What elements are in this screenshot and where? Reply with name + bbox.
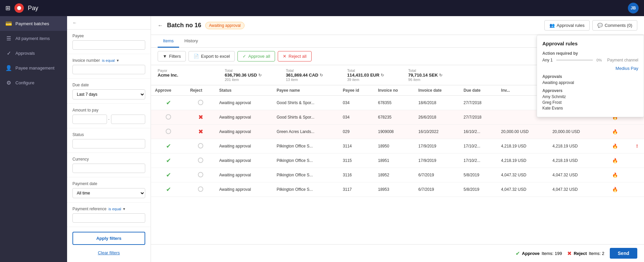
currency-input[interactable] — [72, 164, 145, 173]
reject-cell[interactable] — [186, 96, 215, 110]
payment-date-filter: Payment date All time Last 7 days Last 3… — [67, 177, 151, 203]
invoice-amount-cell: 4,218.19 USD — [548, 154, 600, 168]
total-amount: 79,710.14 SEK ↻ — [408, 73, 442, 78]
sidebar-item-payee-management[interactable]: 👤Payee management — [0, 60, 67, 75]
invoice_no-cell: 678235 — [374, 110, 414, 125]
approve-cell[interactable] — [151, 110, 186, 125]
total-amount: 361,869.44 CAD ↻ — [286, 73, 323, 78]
reject-all-button[interactable]: ✕ Reject all — [278, 51, 311, 61]
approve-cell[interactable]: ✔ — [151, 139, 186, 154]
invoice_no-cell: 678355 — [374, 96, 414, 110]
approval-panel-title: Approval rules — [542, 41, 638, 46]
payment-reference-filter: Payment reference is equal ▾ — [67, 203, 151, 227]
clear-filters-button[interactable]: Clear filters — [72, 248, 145, 258]
nav-icon-payee-management: 👤 — [5, 64, 12, 71]
invoice-filter-badge[interactable]: is equal — [102, 58, 115, 62]
approve-cell[interactable]: ✔ — [151, 168, 186, 182]
approve-cell[interactable]: ✔ — [151, 96, 186, 110]
status-cell: Awaiting approval — [215, 125, 273, 139]
due-date-label: Due date — [72, 83, 145, 87]
table-header-cell: Invoice no — [374, 85, 414, 96]
payee_name-cell: Pilkington Office S... — [273, 154, 339, 168]
send-button[interactable]: Send — [610, 248, 637, 259]
currency-filter: Currency — [67, 153, 151, 177]
invoice-number-input[interactable] — [72, 65, 145, 74]
filter-panel: ← Payee Invoice number is equal ▾ Due da… — [67, 16, 151, 262]
approval-rules-button[interactable]: 👥 Approval rules — [544, 20, 590, 31]
reject-cell[interactable]: ✖ — [186, 125, 215, 139]
reject-cell[interactable] — [186, 154, 215, 168]
invoice_no-cell: 18951 — [374, 154, 414, 168]
filter-icon: ▼ — [163, 54, 167, 59]
action-required-row: Any 1 0% Payment channel — [542, 58, 638, 62]
payment-ref-badge[interactable]: is equal — [108, 207, 121, 211]
action-required-by-label: Action required by — [542, 51, 638, 56]
payee_name-cell: Good Shirts & Spor... — [273, 110, 339, 125]
urgent-icon: ! — [636, 143, 638, 149]
chevron-down-icon[interactable]: ▾ — [117, 58, 119, 63]
reject-cell[interactable] — [186, 168, 215, 182]
reject-circle-icon[interactable] — [198, 172, 203, 177]
summary-currency-item: Total361,869.44 CAD ↻13 item — [286, 69, 323, 82]
nav-label-configure: Configure — [15, 80, 34, 85]
sidebar-item-configure[interactable]: ⚙Configure — [0, 75, 67, 90]
amount-from-input[interactable] — [72, 115, 107, 124]
approve-cell[interactable] — [151, 125, 186, 139]
reject-cell[interactable] — [186, 182, 215, 197]
nav-label-approvals: Approvals — [15, 51, 35, 56]
reject-circle-icon[interactable] — [198, 143, 203, 148]
total-amount: 636,790.36 USD ↻ — [225, 73, 262, 78]
approve-circle-icon[interactable] — [166, 114, 171, 120]
nav-label-all-payment-items: All payment items — [15, 36, 50, 41]
status-input[interactable] — [72, 139, 145, 148]
summary-currency-item: Total114,431.03 EUR ↻39 item — [347, 69, 384, 82]
status-label: Status — [72, 132, 145, 137]
grid-icon[interactable]: ⊞ — [5, 4, 10, 12]
reject-all-label: Reject all — [288, 54, 306, 59]
tab-history[interactable]: History — [179, 35, 203, 48]
approve-check-icon: ✔ — [166, 186, 171, 193]
export-icon: 📄 — [194, 54, 199, 59]
fire-cell: 🔥 — [600, 182, 630, 197]
status-badge: Awaiting approval — [205, 22, 245, 29]
reject-circle-icon[interactable] — [198, 100, 203, 105]
sidebar-item-payment-batches[interactable]: 💳Payment batches — [0, 16, 67, 31]
amount-to-pay-filter: Amount to pay - — [67, 104, 151, 128]
payment-date-select[interactable]: All time Last 7 days Last 30 days — [72, 188, 145, 198]
bottom-bar: ✔ Approve Items: 199 ✖ Reject Items: 2 S… — [151, 244, 644, 262]
reject-x-icon: ✖ — [198, 128, 203, 135]
amount-to-input[interactable] — [111, 115, 146, 124]
reject-circle-icon[interactable] — [198, 158, 203, 163]
filters-button[interactable]: ▼ Filters — [158, 51, 186, 61]
approver-item: Kate Evans — [542, 106, 638, 111]
tab-items[interactable]: Items — [158, 35, 179, 48]
reject-circle-icon[interactable] — [198, 186, 203, 192]
avatar[interactable]: JB — [628, 3, 639, 13]
filter-back-button[interactable]: ← — [67, 16, 151, 30]
payment-reference-input[interactable] — [72, 213, 145, 223]
payee_id-cell: 034 — [339, 110, 374, 125]
summary-currency-item: Total79,710.14 SEK ↻96 item — [408, 69, 442, 82]
export-button[interactable]: 📄 Export to excel — [189, 51, 235, 61]
nav-icon-configure: ⚙ — [5, 79, 12, 86]
table-row: ✔Awaiting approvalPilkington Office S...… — [151, 139, 644, 154]
approve-circle-icon[interactable] — [166, 129, 171, 134]
payee_id-cell: 3117 — [339, 182, 374, 197]
reject-cell[interactable] — [186, 139, 215, 154]
approve-cell[interactable]: ✔ — [151, 154, 186, 168]
back-button[interactable]: ← — [158, 23, 163, 29]
payee-input[interactable] — [72, 40, 145, 50]
sidebar-item-approvals[interactable]: ✓Approvals — [0, 46, 67, 60]
approve-cell[interactable]: ✔ — [151, 182, 186, 197]
payee_name-cell: Pilkington Office S... — [273, 168, 339, 182]
invoice_no-cell: 18952 — [374, 168, 414, 182]
comments-button[interactable]: 💬 Comments (0) — [592, 20, 637, 31]
apply-filters-button[interactable]: Apply filters — [72, 232, 145, 245]
table-row: ✔Awaiting approvalPilkington Office S...… — [151, 168, 644, 182]
sidebar-item-all-payment-items[interactable]: ☰All payment items — [0, 31, 67, 46]
approval-rules-icon: 👥 — [549, 23, 555, 28]
approve-all-button[interactable]: ✓ Approve all — [237, 51, 275, 61]
due-date-select[interactable]: Last 7 days Last 30 days All time — [72, 89, 145, 99]
reject-cell[interactable]: ✖ — [186, 110, 215, 125]
chevron-down-icon-2[interactable]: ▾ — [123, 207, 125, 211]
